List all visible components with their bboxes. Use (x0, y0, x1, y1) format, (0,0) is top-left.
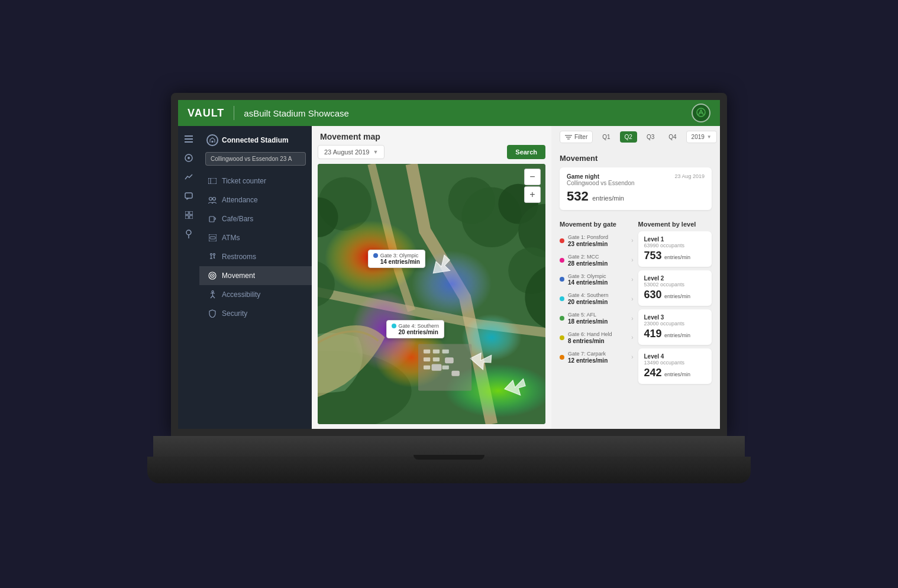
sidebar-item-atms[interactable]: ATMs (199, 228, 312, 247)
laptop-notch (414, 455, 484, 460)
gate7-row[interactable]: Gate 7: Carpark 12 entries/min › (560, 348, 634, 367)
gate4-dot (560, 296, 564, 301)
cafebars-label: Cafe/Bars (222, 215, 253, 223)
comment-icon-btn[interactable] (180, 188, 197, 204)
grid-icon-btn[interactable] (180, 206, 197, 223)
movement-by-gate-title: Movement by gate (560, 221, 634, 228)
accessibility-label: Accessibility (222, 290, 260, 299)
gate4-rate: 20 entries/min (392, 329, 440, 335)
attendance-label: Attendance (222, 196, 258, 204)
year-value: 2019 (692, 134, 705, 140)
level3-entries: 419 (644, 328, 662, 340)
gate5-row[interactable]: Gate 5: AFL 18 entries/min › (560, 309, 634, 328)
gate3-entries: 14 entries/min (568, 279, 631, 286)
gate1-name: Gate 1: Ponsford (568, 234, 631, 241)
svg-line-27 (214, 257, 215, 259)
game-search-input[interactable] (205, 152, 306, 166)
svg-rect-14 (212, 141, 214, 143)
restrooms-icon (208, 252, 217, 261)
gate6-dot (560, 335, 564, 340)
gate3-name-panel: Gate 3: Olympic (568, 273, 631, 280)
svg-point-36 (448, 177, 495, 224)
top-bar: VAULT asBuilt Stadium Showcase (178, 100, 720, 126)
q3-button[interactable]: Q3 (642, 131, 659, 143)
svg-rect-21 (210, 237, 215, 239)
avatar[interactable] (692, 104, 710, 122)
gate2-row[interactable]: Gate 2: MCC 28 entries/min › (560, 251, 634, 270)
level1-unit: entries/min (664, 254, 690, 260)
top-bar-divider (234, 106, 234, 120)
gate5-name: Gate 5: AFL (568, 312, 631, 318)
security-icon (208, 309, 217, 318)
gate3-chevron-icon: › (631, 276, 633, 283)
game-vs-label: Collingwood vs Essendon (567, 180, 635, 186)
gate2-dot (560, 258, 564, 263)
gate4-entries: 20 entries/min (568, 299, 631, 305)
level3-title: Level 3 (644, 314, 706, 321)
gate4-tooltip: Gate 4: Southern 20 entries/min (386, 320, 445, 338)
two-col-section: Movement by gate Gate 1: Ponsford 23 ent… (551, 221, 720, 393)
q2-button[interactable]: Q2 (620, 131, 637, 143)
gate5-entries: 18 entries/min (568, 318, 631, 325)
right-panel-header: Filter Q1 Q2 Q3 Q4 2019 ▼ (551, 126, 720, 148)
restrooms-label: Restrooms (222, 253, 256, 261)
sidebar-icons (178, 126, 199, 429)
game-date-label: 23 Aug 2019 (674, 173, 705, 179)
svg-point-30 (212, 275, 213, 276)
gate1-dot (560, 238, 564, 243)
right-panel: Filter Q1 Q2 Q3 Q4 2019 ▼ Movement (551, 126, 720, 429)
sidebar-item-accessibility[interactable]: Accessibility (199, 285, 312, 304)
accessibility-icon (208, 290, 217, 299)
laptop-bottom (147, 457, 751, 483)
level3-unit: entries/min (664, 332, 690, 338)
building-icon-btn[interactable] (180, 150, 197, 166)
gate6-row[interactable]: Gate 6: Hand Held 8 entries/min › (560, 328, 634, 348)
sidebar-item-cafebars[interactable]: Cafe/Bars (199, 209, 312, 228)
avatar-letter (696, 108, 706, 119)
gate1-chevron-icon: › (631, 237, 633, 244)
q1-button[interactable]: Q1 (597, 131, 615, 143)
gate7-dot (560, 355, 564, 360)
menu-icon-btn[interactable] (180, 131, 197, 147)
date-select[interactable]: 23 August 2019 ▼ (318, 145, 385, 159)
filter-button[interactable]: Filter (560, 131, 593, 143)
sidebar-item-security[interactable]: Security (199, 304, 312, 323)
sidebar-item-restrooms[interactable]: Restrooms (199, 247, 312, 266)
year-select[interactable]: 2019 ▼ (686, 131, 717, 143)
attendance-icon (208, 195, 217, 205)
movement-section: Movement Game night Collingwood vs Essen… (551, 148, 720, 221)
pin-icon-btn[interactable] (180, 225, 197, 242)
gate4-row[interactable]: Gate 4: Southern 20 entries/min › (560, 289, 634, 309)
level4-unit: entries/min (664, 371, 690, 377)
sidebar-item-movement[interactable]: Movement (199, 266, 312, 285)
svg-rect-10 (185, 215, 189, 219)
gate1-row[interactable]: Gate 1: Ponsford 23 entries/min › (560, 231, 634, 251)
gate6-name: Gate 6: Hand Held (568, 331, 631, 338)
ticket-icon (208, 176, 217, 186)
gate3-row[interactable]: Gate 3: Olympic 14 entries/min › (560, 270, 634, 290)
gate4-name: Gate 4: Southern (399, 323, 440, 329)
svg-rect-60 (442, 366, 449, 370)
sidebar-item-attendance[interactable]: Attendance (199, 190, 312, 209)
gate2-name: Gate 2: MCC (568, 254, 631, 260)
gate3-name: Gate 3: Olympic (380, 253, 419, 259)
sidebar-item-ticket-counter[interactable]: Ticket counter (199, 172, 312, 190)
level2-title: Level 2 (644, 275, 706, 282)
map-title: Movement map (320, 132, 543, 141)
trend-icon-btn[interactable] (180, 169, 197, 185)
zoom-minus-button[interactable]: − (524, 169, 541, 185)
level1-title: Level 1 (644, 236, 706, 243)
level2-card: Level 2 53002 occupants 630 entries/min (638, 270, 712, 306)
connected-stadium-logo (206, 134, 218, 146)
q4-button[interactable]: Q4 (664, 131, 681, 143)
gate7-chevron-icon: › (631, 354, 633, 360)
search-button[interactable]: Search (507, 145, 545, 159)
zoom-plus-button[interactable]: + (524, 186, 541, 203)
svg-rect-3 (185, 138, 193, 140)
level1-card: Level 1 63990 occupants 753 entries/min (638, 231, 712, 267)
gate5-chevron-icon: › (631, 315, 633, 322)
level3-occupants: 23000 occupants (644, 321, 706, 327)
movement-by-level-title: Movement by level (638, 221, 712, 228)
gate6-entries: 8 entries/min (568, 338, 631, 344)
svg-point-22 (210, 253, 212, 255)
